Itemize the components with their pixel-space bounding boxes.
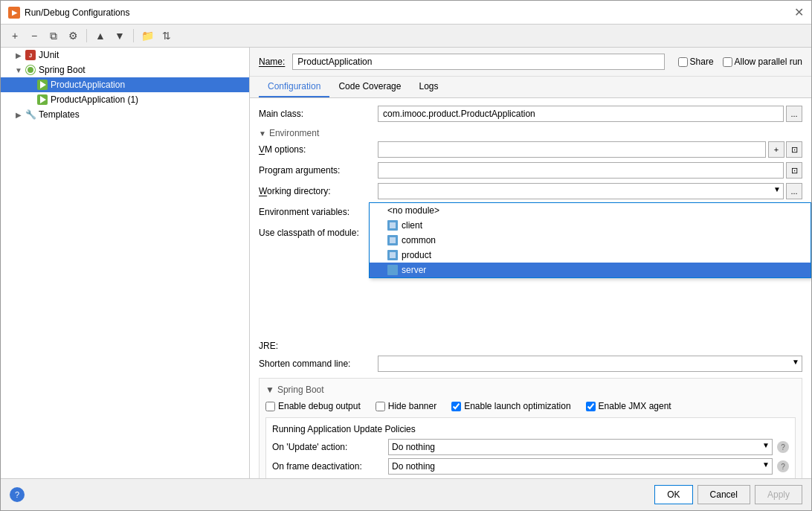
cancel-button[interactable]: Cancel: [697, 485, 750, 504]
share-checkbox[interactable]: [678, 57, 688, 67]
env-collapse-arrow[interactable]: ▼: [259, 129, 266, 138]
allow-parallel-checkbox-label[interactable]: Allow parallel run: [723, 57, 802, 67]
move-down-button[interactable]: ▼: [112, 28, 128, 44]
share-checkbox-label[interactable]: Share: [678, 57, 714, 67]
vm-options-input[interactable]: [378, 141, 766, 158]
shorten-cmd-label: Shorten command line:: [259, 356, 378, 369]
config-panel: Main class: ... ▼ Environment VM options…: [250, 98, 811, 478]
dropdown-option-server[interactable]: server: [370, 263, 811, 277]
main-class-browse-button[interactable]: ...: [786, 106, 802, 122]
environment-section-header: ▼ Environment: [259, 128, 802, 138]
vm-options-expand-button[interactable]: +: [768, 141, 784, 158]
frame-deactivation-label: On frame deactivation:: [272, 461, 384, 472]
update-action-select[interactable]: Do nothing: [388, 439, 773, 455]
name-label: Name:: [259, 57, 285, 67]
enable-launch-checkbox[interactable]: [451, 402, 461, 411]
update-action-help-icon[interactable]: ?: [777, 441, 789, 453]
run-debug-configurations-window: ▶ Run/Debug Configurations ✕ + − ⧉ ⚙ ▲ ▼…: [0, 0, 812, 511]
tree-item-templates[interactable]: ▶ 🔧 Templates: [1, 107, 249, 122]
common-module-icon: [387, 235, 398, 245]
frame-deactivation-help-icon[interactable]: ?: [777, 460, 789, 472]
server-module-icon: [387, 265, 398, 275]
bottom-buttons: OK Cancel Apply: [654, 485, 802, 504]
hide-banner-label[interactable]: Hide banner: [376, 401, 436, 411]
vm-options-row: VM options: + ⊡: [259, 141, 802, 158]
working-dir-row: Working directory: ▼ ...: [259, 183, 802, 199]
tree-item-product-application-1[interactable]: ProductApplication (1): [1, 92, 249, 107]
dropdown-option-common[interactable]: common: [370, 233, 811, 248]
ok-button[interactable]: OK: [654, 485, 692, 504]
share-label: Share: [690, 57, 714, 67]
client-module-label: client: [402, 220, 422, 231]
settings-button[interactable]: ⚙: [65, 28, 81, 44]
program-args-label: Program arguments:: [259, 162, 378, 176]
help-button[interactable]: ?: [10, 487, 25, 502]
allow-parallel-checkbox[interactable]: [723, 57, 732, 67]
jre-row: JRE:: [259, 338, 802, 351]
enable-debug-checkbox[interactable]: [265, 402, 275, 411]
tree-item-product-app-label: ProductApplication: [51, 80, 125, 90]
enable-jmx-label[interactable]: Enable JMX agent: [586, 401, 671, 411]
vm-options-actions: + ⊡: [768, 141, 802, 158]
hide-banner-checkbox[interactable]: [376, 402, 385, 411]
program-args-row: Program arguments: ⊡: [259, 162, 802, 179]
tab-logs[interactable]: Logs: [410, 77, 447, 97]
spring-icon: [25, 64, 36, 76]
tree-item-junit[interactable]: ▶ J JUnit: [1, 48, 249, 62]
toolbar: + − ⧉ ⚙ ▲ ▼ 📁 ⇅: [1, 25, 811, 48]
right-panel: Name: Share Allow parallel run Configura…: [250, 48, 811, 478]
folder-button[interactable]: 📁: [139, 28, 155, 44]
window-title: Run/Debug Configurations: [25, 7, 129, 18]
enable-debug-label[interactable]: Enable debug output: [265, 401, 361, 411]
policies-section: Running Application Update Policies On '…: [265, 417, 796, 478]
main-content: ▶ J JUnit ▼ Spring Boot ProductApplicati…: [1, 48, 811, 478]
main-class-row: Main class: ...: [259, 106, 802, 122]
expand-icon-junit: ▶: [13, 51, 25, 60]
enable-launch-label[interactable]: Enable launch optimization: [451, 401, 570, 411]
name-input[interactable]: [292, 54, 664, 70]
copy-button[interactable]: ⧉: [45, 28, 62, 44]
spring-boot-label: Spring Boot: [277, 385, 324, 395]
dropdown-option-no-module[interactable]: <no module>: [370, 203, 811, 218]
jre-display: [378, 338, 802, 341]
frame-deactivation-row: On frame deactivation: Do nothing ▼ ?: [272, 458, 789, 475]
remove-button[interactable]: −: [26, 28, 42, 44]
vm-options-fullscreen-button[interactable]: ⊡: [786, 141, 802, 158]
working-dir-actions: ...: [786, 183, 802, 199]
add-button[interactable]: +: [7, 28, 23, 44]
main-class-input[interactable]: [378, 106, 784, 122]
tab-configuration[interactable]: Configuration: [259, 77, 329, 97]
dropdown-option-product[interactable]: product: [370, 248, 811, 263]
enable-jmx-checkbox[interactable]: [586, 402, 596, 411]
tree-item-product-app-1-label: ProductApplication (1): [51, 94, 138, 105]
program-args-expand-button[interactable]: ⊡: [786, 162, 802, 179]
env-vars-label: Environment variables:: [259, 204, 378, 217]
hide-banner-text: Hide banner: [388, 401, 436, 411]
allow-parallel-label: Allow parallel run: [735, 57, 802, 67]
tree-item-product-application[interactable]: ProductApplication: [1, 77, 249, 92]
title-bar-left: ▶ Run/Debug Configurations: [8, 7, 129, 19]
window-icon: ▶: [8, 7, 20, 19]
tree-item-spring-boot-label: Spring Boot: [39, 65, 86, 75]
enable-debug-text: Enable debug output: [278, 401, 361, 411]
close-button[interactable]: ✕: [794, 5, 804, 19]
expand-icon-spring: ▼: [13, 66, 25, 74]
working-dir-browse-button[interactable]: ...: [786, 183, 802, 199]
tab-code-coverage[interactable]: Code Coverage: [329, 77, 410, 97]
frame-deactivation-dropdown: Do nothing ▼: [388, 458, 773, 475]
frame-deactivation-select[interactable]: Do nothing: [388, 458, 773, 475]
working-dir-select[interactable]: [378, 183, 784, 199]
toolbar-separator: [86, 29, 87, 42]
spring-section-arrow[interactable]: ▼: [265, 385, 274, 395]
classpath-dropdown-popup: <no module> client common product: [369, 202, 811, 278]
sort-button[interactable]: ⇅: [158, 28, 175, 44]
expand-icon-templates: ▶: [13, 111, 25, 119]
shorten-cmd-select[interactable]: [378, 356, 802, 372]
dropdown-option-client[interactable]: client: [370, 218, 811, 233]
enable-launch-text: Enable launch optimization: [464, 401, 570, 411]
apply-button[interactable]: Apply: [755, 485, 802, 504]
move-up-button[interactable]: ▲: [92, 28, 109, 44]
program-args-input[interactable]: [378, 162, 784, 179]
toolbar-separator-2: [133, 29, 134, 42]
tree-item-spring-boot[interactable]: ▼ Spring Boot: [1, 62, 249, 77]
